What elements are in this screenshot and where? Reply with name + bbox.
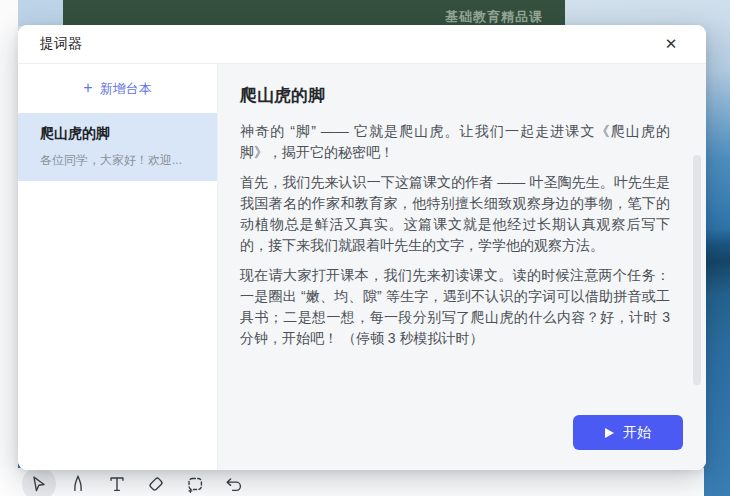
background-wallpaper-patch xyxy=(18,0,63,26)
script-item-preview: 各位同学，大家好！欢迎... xyxy=(40,152,201,169)
start-button-label: 开始 xyxy=(623,424,651,442)
start-button[interactable]: 开始 xyxy=(573,415,683,450)
play-icon xyxy=(605,428,614,438)
lasso-tool-icon[interactable] xyxy=(184,473,206,495)
background-slide: 基础教育精品课 xyxy=(63,0,565,26)
script-paragraph: 现在请大家打开课本，我们先来初读课文。读的时候注意两个任务：一是圈出 “嫩、均、… xyxy=(240,265,670,349)
dialog-title: 提词器 xyxy=(40,35,82,53)
script-sidebar: + 新增台本 爬山虎的脚 各位同学，大家好！欢迎... xyxy=(18,64,218,470)
annotation-toolbar xyxy=(28,473,245,495)
add-script-button[interactable]: + 新增台本 xyxy=(18,64,217,113)
teleprompter-dialog: 提词器 ✕ + 新增台本 爬山虎的脚 各位同学，大家好！欢迎... 爬山虎的脚 … xyxy=(18,25,706,470)
close-icon[interactable]: ✕ xyxy=(661,34,681,54)
script-title: 爬山虎的脚 xyxy=(240,84,670,108)
undo-tool-icon[interactable] xyxy=(223,473,245,495)
plus-icon: + xyxy=(83,80,92,96)
dialog-body: + 新增台本 爬山虎的脚 各位同学，大家好！欢迎... 爬山虎的脚 神奇的 “脚… xyxy=(18,64,706,470)
script-list-item[interactable]: 爬山虎的脚 各位同学，大家好！欢迎... xyxy=(18,113,217,181)
add-script-label: 新增台本 xyxy=(100,80,152,98)
cursor-tool-icon[interactable] xyxy=(28,473,50,495)
dialog-header: 提词器 ✕ xyxy=(18,25,706,64)
script-paragraph: 神奇的 “脚” —— 它就是爬山虎。让我们一起走进课文《爬山虎的脚》，揭开它的秘… xyxy=(240,121,670,163)
script-content-pane: 爬山虎的脚 神奇的 “脚” —— 它就是爬山虎。让我们一起走进课文《爬山虎的脚》… xyxy=(218,64,706,470)
script-item-title: 爬山虎的脚 xyxy=(40,125,201,143)
eraser-tool-icon[interactable] xyxy=(145,473,167,495)
slide-banner-text: 基础教育精品课 xyxy=(445,8,543,26)
background-window-edge xyxy=(0,0,18,496)
pen-tool-icon[interactable] xyxy=(67,473,89,495)
script-paragraph: 首先，我们先来认识一下这篇课文的作者 —— 叶圣陶先生。叶先生是我国著名的作家和… xyxy=(240,172,670,256)
content-scrollbar[interactable] xyxy=(693,155,701,385)
text-tool-icon[interactable] xyxy=(106,473,128,495)
